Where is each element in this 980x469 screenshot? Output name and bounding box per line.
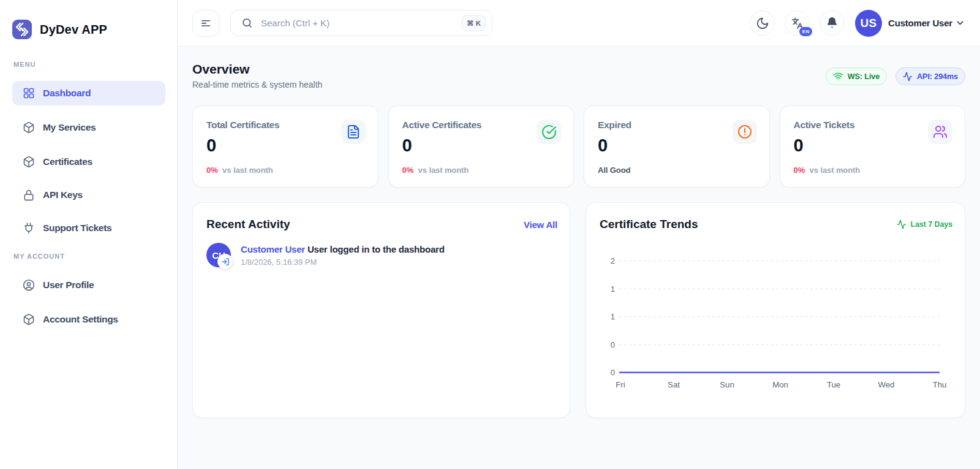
svg-text:1: 1 [611, 284, 615, 294]
svg-text:Tue: Tue [827, 380, 840, 389]
svg-text:0: 0 [611, 340, 615, 349]
svg-text:Fri: Fri [616, 380, 625, 389]
svg-text:Sun: Sun [720, 380, 734, 389]
svg-text:Thu: Thu [933, 380, 947, 389]
svg-text:2: 2 [611, 256, 615, 265]
svg-text:Wed: Wed [878, 380, 895, 389]
svg-text:Sat: Sat [668, 380, 680, 389]
svg-text:Mon: Mon [772, 380, 788, 389]
svg-text:1: 1 [611, 312, 615, 321]
svg-text:0: 0 [611, 368, 615, 377]
